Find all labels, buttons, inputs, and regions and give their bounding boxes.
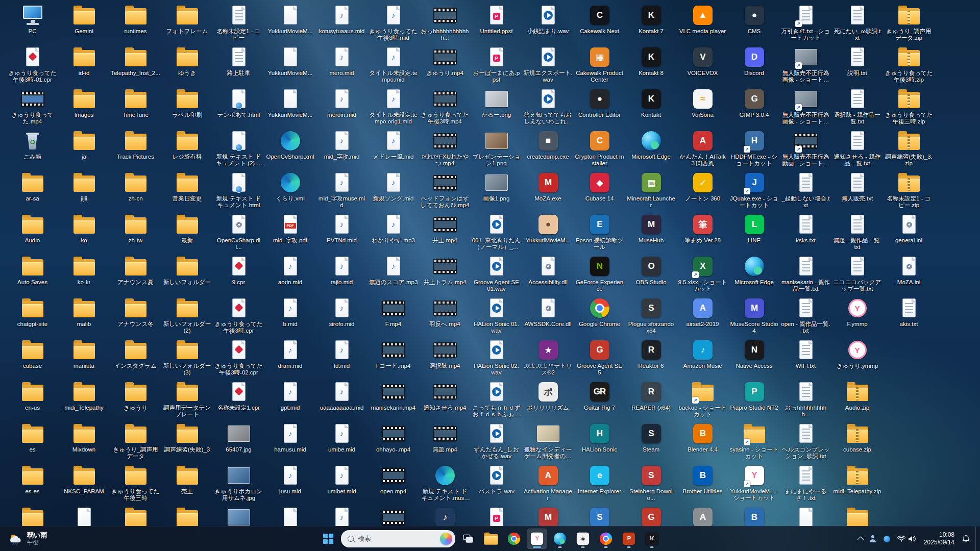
desktop-icon[interactable]: YukkuriMovieM...	[264, 3, 316, 45]
desktop-icon[interactable]: ラベル印刷	[161, 87, 213, 129]
desktop-icon[interactable]: ゆうき	[161, 45, 213, 87]
desktop-icon[interactable]: 最新	[161, 212, 213, 254]
desktop-icon[interactable]: AWSSDK.Core.dll	[522, 296, 574, 338]
desktop-icon[interactable]: 路上駐車	[213, 45, 264, 87]
desktop-icon[interactable]: ヘルスコンプレッション_歌詞.txt	[780, 421, 831, 463]
desktop-icon[interactable]: 無題.mp4	[419, 421, 471, 463]
desktop-icon[interactable]: HALion Sonic 02.wav	[471, 338, 522, 380]
desktop-icon[interactable]: きゅうり_調声用データ	[110, 421, 161, 463]
desktop-icon[interactable]: アナウンス冬	[110, 296, 161, 338]
desktop-icon[interactable]: 画像1.png	[471, 170, 522, 212]
desktop-icon[interactable]: ↗無人販売不正行為動画 - ショートカット	[780, 129, 831, 170]
desktop-icon[interactable]: open - 親作品一覧.txt	[780, 296, 831, 338]
tray-hidden-app-1[interactable]	[866, 529, 880, 549]
desktop-icon[interactable]: きゅうり食ってた午後三時.zip	[883, 87, 935, 129]
desktop-icon[interactable]: きゅうり食ってた午後3時.mp4	[419, 87, 471, 129]
desktop-icon[interactable]: general.ini	[883, 212, 935, 254]
desktop-icon[interactable]: YukkuriMovieM...	[264, 87, 316, 129]
taskbar-app-google-chrome[interactable]	[504, 529, 524, 549]
desktop-icon[interactable]: DDiscord	[728, 45, 780, 87]
desktop-icon[interactable]: en-us	[7, 380, 58, 421]
desktop-icon[interactable]: manisekarin.mp4	[368, 380, 419, 421]
start-button[interactable]	[318, 529, 338, 549]
weather-widget[interactable]: 弱い雨 午後	[2, 529, 53, 549]
desktop-icon[interactable]: おっhhhhhhhhhhhh...	[419, 3, 471, 45]
desktop-icon[interactable]: VVOICEVOX	[677, 45, 728, 87]
desktop-icon[interactable]: 小銭詰まり.wav	[522, 3, 574, 45]
desktop-icon[interactable]: OpenCvSharp.dll...	[213, 212, 264, 254]
desktop-icon[interactable]: Track Pictures	[110, 129, 161, 170]
desktop-icon[interactable]: 筆筆まめ Ver.28	[677, 212, 728, 254]
desktop-icon[interactable]: 羽反へ.mp4	[419, 296, 471, 338]
desktop-icon[interactable]: 答え知っててもおしえないわこれ.wav	[522, 87, 574, 129]
desktop-icon[interactable]: ♪hamusu.mid	[264, 421, 316, 463]
desktop-icon[interactable]: ♪無題のスコア.mp3	[368, 254, 419, 296]
desktop-icon[interactable]: 無人販売.txt	[831, 170, 883, 212]
desktop-icon[interactable]: ◆Cubase 14	[574, 170, 625, 212]
tray-overflow-button[interactable]	[854, 529, 866, 549]
clock[interactable]: 10:08 2025/09/14	[920, 529, 959, 549]
desktop-icon[interactable]: NGeForce Experience	[574, 254, 625, 296]
desktop-icon[interactable]: RREAPER (x64)	[625, 380, 677, 421]
desktop-icon[interactable]: ♪umibe.mid	[316, 421, 368, 463]
desktop-icon[interactable]: KKontakt	[625, 87, 677, 129]
desktop-icon[interactable]: ♪mero.mid	[316, 45, 368, 87]
desktop-icon[interactable]: MMuseHub	[625, 212, 677, 254]
desktop-icon[interactable]: ★ぷよぷよ™テトリス®2	[522, 338, 574, 380]
desktop-icon[interactable]: _起動しない場合.txt	[780, 170, 831, 212]
desktop-icon[interactable]: ja	[58, 129, 110, 170]
desktop-icon[interactable]: 新規 テキスト ドキュメント.musicxml	[419, 463, 471, 505]
desktop-icon[interactable]: Microsoft Edge	[728, 254, 780, 296]
desktop-icon[interactable]: プレゼンテーション1.png	[471, 129, 522, 170]
desktop-icon[interactable]: Mixdown	[58, 421, 110, 463]
desktop-icon[interactable]: KKontakt 7	[625, 3, 677, 45]
desktop-icon[interactable]: アナウンス夏	[110, 254, 161, 296]
desktop-icon[interactable]: ohhayo-.mp4	[368, 421, 419, 463]
desktop-icon[interactable]: J↗JQuake.exe - ショートカット	[728, 170, 780, 212]
desktop-icon[interactable]: Gemini	[58, 3, 110, 45]
desktop-icon[interactable]: ▦Cakewalk Product Center	[574, 45, 625, 87]
desktop-icon[interactable]: ●CMS	[728, 3, 780, 45]
desktop-icon[interactable]: MMuseScore Studio 4	[728, 296, 780, 338]
desktop-icon[interactable]: zh-cn	[110, 170, 161, 212]
desktop-icon[interactable]: ♪mid_字攻muse.mid	[316, 170, 368, 212]
desktop-icon[interactable]: ♪jusu.mid	[264, 463, 316, 505]
desktop-icon[interactable]: 9.cpr	[213, 254, 264, 296]
taskbar-app-yukkuri-movie-maker[interactable]: Y	[527, 529, 547, 549]
desktop-icon[interactable]: 名称未設定1.cpr	[213, 380, 264, 421]
desktop-icon[interactable]: akis.txt	[883, 296, 935, 338]
desktop-icon[interactable]: 調声練習(失敗)_3	[161, 421, 213, 463]
desktop-icon[interactable]: open.mp4	[368, 463, 419, 505]
desktop-icon[interactable]: 新規 テキスト ドキュメント.html	[213, 170, 264, 212]
desktop-icon[interactable]: ↗backup - ショートカット	[677, 380, 728, 421]
taskbar-app-kontakt[interactable]: K	[642, 529, 662, 549]
desktop-icon[interactable]: HALion Sonic 01.wav	[471, 296, 522, 338]
desktop-icon[interactable]: ↗無人販売不正行為画像 - ショートカッ...	[780, 45, 831, 87]
desktop-icon[interactable]: F.mp4	[368, 296, 419, 338]
desktop-icon[interactable]: CCakewalk Next	[574, 3, 625, 45]
desktop-icon[interactable]: LLINE	[728, 212, 780, 254]
desktop-icon[interactable]: きゅうり食ってた午後3時-02.cpr	[213, 338, 264, 380]
desktop-icon[interactable]: 001_東北きりたん（ノーマル）_今しゃ...	[471, 212, 522, 254]
desktop-icon[interactable]: Y↗YukkuriMovieM... - ショートカット	[728, 463, 780, 505]
desktop-icon[interactable]: 売上	[161, 463, 213, 505]
desktop-icon[interactable]: PC	[7, 3, 58, 45]
desktop-icon[interactable]: es-es	[7, 463, 58, 505]
desktop-icon[interactable]: 新規 テキスト ドキュメント (2).html	[213, 129, 264, 170]
desktop-icon[interactable]: ●Controller Editor	[574, 87, 625, 129]
desktop-icon[interactable]: おっhhhhhhhhhh...	[780, 380, 831, 421]
desktop-icon[interactable]: runtimes	[110, 3, 161, 45]
desktop-icon[interactable]: レジ袋有料	[161, 129, 213, 170]
taskbar-app-chatgpt[interactable]: ∗	[573, 529, 593, 549]
desktop-icon[interactable]: 営業日変更	[161, 170, 213, 212]
desktop-icon[interactable]: ♪タイトル未設定.tempo.mid	[368, 45, 419, 87]
taskbar-app-task-view[interactable]	[458, 529, 478, 549]
desktop-icon[interactable]: ♪umibet.mid	[316, 463, 368, 505]
desktop-icon[interactable]: WIFI.txt	[780, 338, 831, 380]
desktop-icon[interactable]: 通知させろ - 親作品一覧.txt	[831, 129, 883, 170]
desktop-icon[interactable]: Microsoft Edge	[625, 129, 677, 170]
desktop-icon[interactable]: ♪aorin.mid	[264, 254, 316, 296]
desktop-icon[interactable]: ↗万引きﾒﾓ.txt - ショートカット	[780, 3, 831, 45]
desktop-icon[interactable]: ポポリリリリズム	[522, 380, 574, 421]
desktop-icon[interactable]: ♪gpt.mid	[264, 380, 316, 421]
